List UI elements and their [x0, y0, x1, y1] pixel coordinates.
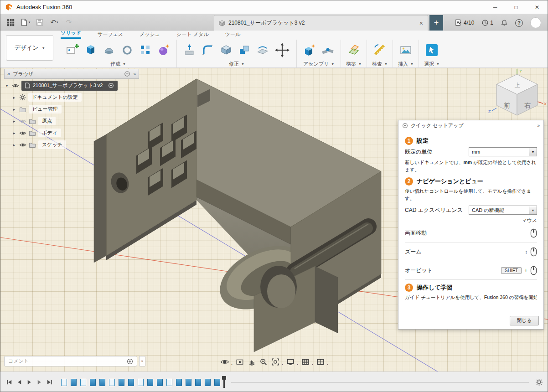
browser-root-row[interactable]: ▾ 210801_サーボブラケット3 v2: [4, 80, 139, 91]
help-button[interactable]: ?: [515, 19, 523, 27]
new-body-icon[interactable]: [82, 40, 100, 60]
group-label-construct[interactable]: 構築▼: [345, 61, 363, 67]
tree-collapsed-icon[interactable]: ▸: [11, 119, 17, 124]
browser-expand-icon[interactable]: »: [133, 72, 136, 77]
new-tab-button[interactable]: +: [429, 15, 443, 31]
press-pull-icon[interactable]: [181, 40, 199, 60]
play-button[interactable]: [25, 378, 34, 387]
shell-icon[interactable]: [217, 40, 235, 60]
timeline-feature-icon[interactable]: [176, 379, 182, 386]
joint-icon[interactable]: [319, 40, 337, 60]
timeline-feature-icon[interactable]: [71, 379, 77, 386]
activate-target-icon[interactable]: [108, 83, 114, 88]
dropdown-arrow-icon[interactable]: ▼: [529, 148, 537, 156]
timeline-feature-icon[interactable]: [119, 379, 124, 386]
group-label-create[interactable]: 作成▼: [63, 61, 173, 67]
fit-icon[interactable]: [270, 357, 281, 367]
cad-experience-dropdown[interactable]: CAD の新機能 ▼: [469, 206, 537, 215]
pan-icon[interactable]: [246, 357, 257, 367]
offset-face-icon[interactable]: [253, 40, 272, 60]
create-form-icon[interactable]: [155, 40, 173, 60]
viewport-canvas[interactable]: « ブラウザ » ▾ 210801_サーボブラケット3 v2 ▸: [0, 68, 548, 371]
undo-icon[interactable]: ↶▾: [48, 16, 60, 28]
timeline-feature-icon[interactable]: [157, 379, 163, 386]
timeline-sketch-icon[interactable]: [166, 379, 172, 386]
timeline-position-marker[interactable]: [223, 377, 225, 388]
eye-icon[interactable]: [19, 142, 26, 148]
move-icon[interactable]: [272, 40, 293, 60]
document-tab-close-icon[interactable]: ×: [419, 20, 423, 27]
tab-tools[interactable]: ツール: [225, 31, 240, 39]
tree-collapsed-icon[interactable]: ▸: [11, 131, 17, 135]
quick-setup-header[interactable]: クイック セットアップ »: [398, 120, 543, 131]
look-at-icon[interactable]: [234, 357, 245, 367]
timeline-sketch-icon[interactable]: [61, 379, 67, 386]
timeline-feature-icon[interactable]: [214, 379, 220, 386]
close-quick-setup-button[interactable]: 閉じる: [510, 316, 539, 325]
add-comment-icon[interactable]: [127, 358, 133, 365]
viewports-icon[interactable]: [315, 357, 326, 367]
skip-to-end-button[interactable]: [45, 378, 54, 387]
view-cube[interactable]: 上 前 右 Y X Z: [486, 68, 548, 122]
tree-collapsed-icon[interactable]: ▸: [11, 107, 17, 112]
data-panel-icon[interactable]: [5, 16, 16, 28]
measure-icon[interactable]: [371, 40, 389, 60]
grid-settings-icon[interactable]: [300, 357, 311, 367]
timeline-feature-icon[interactable]: [90, 379, 96, 386]
eye-off-icon[interactable]: [19, 118, 26, 124]
eye-icon[interactable]: [19, 130, 26, 136]
minimize-button[interactable]: ─: [485, 0, 506, 14]
comment-bar-expand-icon[interactable]: »: [139, 356, 145, 366]
minimize-panel-icon[interactable]: [402, 123, 408, 129]
timeline-feature-icon[interactable]: [128, 379, 134, 386]
job-status[interactable]: 4/10: [455, 19, 474, 26]
browser-item-bodies[interactable]: ▸ ボディ: [11, 128, 139, 138]
account-avatar[interactable]: [530, 17, 541, 28]
timeline-settings-gear-icon[interactable]: [535, 378, 543, 386]
eye-icon[interactable]: [12, 83, 19, 89]
timeline-track[interactable]: [231, 382, 529, 383]
display-settings-icon[interactable]: [285, 357, 296, 367]
timeline-feature-icon[interactable]: [205, 379, 211, 386]
orbit-icon[interactable]: [219, 357, 230, 367]
browser-item-origin[interactable]: ▸ 原点: [11, 116, 139, 126]
unit-dropdown[interactable]: mm ▼: [469, 147, 537, 156]
panel-collapse-icon[interactable]: »: [537, 123, 540, 128]
tab-mesh[interactable]: メッシュ: [140, 31, 160, 39]
tab-surface[interactable]: サーフェス: [98, 31, 123, 39]
zoom-icon[interactable]: [258, 357, 269, 367]
minimize-panel-icon[interactable]: [124, 71, 130, 77]
timeline-feature-icon[interactable]: [195, 379, 201, 386]
timeline-sketch-icon[interactable]: [138, 379, 144, 386]
skip-to-start-button[interactable]: [5, 378, 14, 387]
group-label-modify[interactable]: 修正▼: [181, 61, 293, 67]
browser-item-document-settings[interactable]: ▸ ドキュメントの設定: [11, 92, 139, 103]
comment-bar[interactable]: コメント: [4, 356, 137, 366]
step-back-button[interactable]: [15, 378, 24, 387]
close-button[interactable]: ✕: [527, 0, 548, 14]
tab-sheet-metal[interactable]: シート メタル: [176, 31, 208, 39]
tree-expanded-icon[interactable]: ▾: [4, 83, 10, 88]
bell-button[interactable]: [501, 19, 508, 26]
maximize-button[interactable]: □: [506, 0, 527, 14]
create-sketch-icon[interactable]: [63, 40, 82, 60]
tab-solid[interactable]: ソリッド: [61, 30, 81, 39]
group-label-inspect[interactable]: 検査▼: [371, 61, 389, 67]
timeline-feature-icon[interactable]: [186, 379, 191, 386]
group-label-insert[interactable]: 挿入▼: [397, 61, 415, 67]
tree-collapsed-icon[interactable]: ▸: [11, 95, 17, 100]
timeline-sketch-icon[interactable]: [109, 379, 115, 386]
browser-item-sketches[interactable]: ▸ スケッチ: [11, 139, 139, 150]
timeline-feature-icon[interactable]: [99, 379, 105, 386]
fillet-icon[interactable]: [199, 40, 217, 60]
browser-item-view-management[interactable]: ▸ ビュー管理: [11, 104, 139, 114]
sweep-icon[interactable]: [118, 40, 136, 60]
group-label-select[interactable]: 選択▼: [423, 61, 441, 67]
notifications-clock[interactable]: 1: [481, 19, 493, 26]
insert-image-icon[interactable]: [397, 40, 415, 60]
new-component-icon[interactable]: [300, 40, 319, 60]
save-icon[interactable]: [34, 16, 46, 28]
timeline-feature-icon[interactable]: [147, 379, 153, 386]
file-menu-icon[interactable]: ▾: [19, 16, 31, 28]
browser-root-chip[interactable]: 210801_サーボブラケット3 v2: [21, 81, 118, 91]
